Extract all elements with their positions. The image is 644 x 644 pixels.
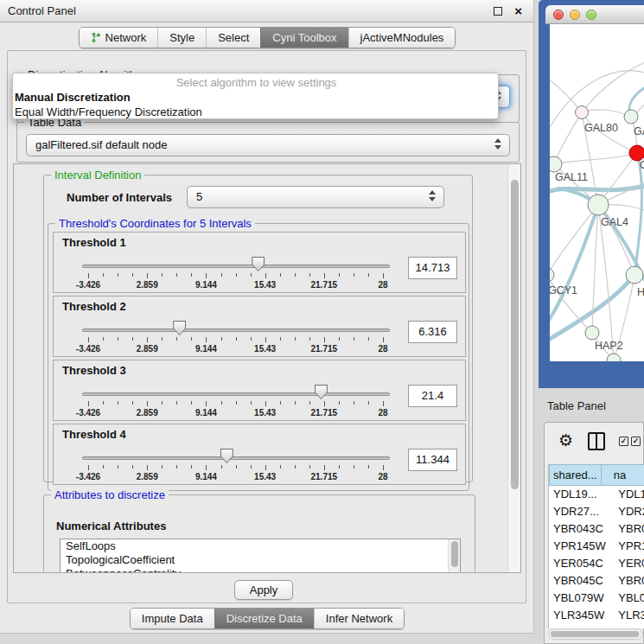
stepper-arrows-icon <box>429 190 437 201</box>
gear-icon[interactable]: ⚙ <box>558 431 573 450</box>
numerical-attributes-list: SelfLoopsTopologicalCoefficientBetweenne… <box>60 539 461 573</box>
zoom-traffic-light-icon[interactable] <box>586 10 596 20</box>
column-header-shared-name[interactable]: shared... <box>549 464 602 486</box>
table-horizontal-scrollbar[interactable] <box>548 628 643 640</box>
network-node[interactable] <box>585 326 599 340</box>
network-edge[interactable] <box>582 61 644 112</box>
tick-mark <box>118 401 118 405</box>
column-header-name[interactable]: na <box>602 464 644 486</box>
table-row[interactable]: YBL079WYBL0 <box>549 590 644 607</box>
network-edge-highlighted[interactable] <box>550 205 598 327</box>
network-edge[interactable] <box>554 112 582 164</box>
split-columns-icon[interactable] <box>588 432 605 450</box>
number-of-intervals-label: Number of Intervals <box>67 191 172 204</box>
table-row[interactable]: YDR27...YDR2 <box>549 503 644 520</box>
tick-mark <box>324 337 325 342</box>
number-of-intervals-combobox[interactable]: 5 <box>187 186 444 208</box>
network-edge[interactable] <box>550 205 598 275</box>
network-graph[interactable]: GAL80GALCGAL11GAL4GCY1HHAP2 <box>550 24 644 361</box>
tick-mark <box>295 337 296 341</box>
slider-thumb[interactable] <box>173 321 186 335</box>
number-of-intervals-value: 5 <box>196 190 202 203</box>
slider-thumb[interactable] <box>315 385 328 399</box>
network-edge[interactable] <box>598 205 614 360</box>
attribute-list-item[interactable]: SelfLoops <box>61 539 460 553</box>
threshold-list: Threshold 1-3.4262.8599.14415.4321.71528… <box>53 232 466 485</box>
settings-vertical-scrollbar[interactable] <box>507 164 520 572</box>
attribute-list-item[interactable]: BetweennessCentrality <box>61 567 460 573</box>
list-scrollbar[interactable] <box>448 539 460 573</box>
table-data-value: galFiltered.sif default node <box>35 138 167 151</box>
tick-mark <box>383 401 384 406</box>
table-row[interactable]: YER054CYER0 <box>549 555 644 572</box>
group-legend: Attributes to discretize <box>51 488 169 501</box>
table-row[interactable]: YDL19...YDL1 <box>549 486 644 503</box>
tick-mark <box>191 337 192 341</box>
table-panel: ⚙ ✓ ✓ shared... na YDL19...YDL1YDR27...Y… <box>544 422 644 644</box>
tab-discretize-data[interactable]: Discretize Data <box>214 609 314 628</box>
tab-cyni-toolbox[interactable]: Cyni Toolbox <box>260 28 348 48</box>
apply-button[interactable]: Apply <box>234 580 293 600</box>
tab-impute-data[interactable]: Impute Data <box>131 609 214 628</box>
tick-mark <box>265 465 266 470</box>
slider-track[interactable] <box>82 392 390 396</box>
network-edge-highlighted[interactable] <box>634 153 641 275</box>
dropdown-option[interactable]: Equal Width/Frequency Discretization <box>13 105 498 119</box>
network-view-window[interactable]: GAL80GALCGAL11GAL4GCY1HHAP2 <box>539 0 644 388</box>
network-node[interactable] <box>624 110 638 124</box>
tab-select[interactable]: Select <box>206 28 260 48</box>
network-node[interactable] <box>588 194 609 215</box>
tick-mark <box>368 401 369 405</box>
tick-mark <box>103 401 104 405</box>
tick-mark <box>339 273 340 277</box>
table-cell-name: YDR2 <box>615 503 644 520</box>
network-edge[interactable] <box>582 110 631 117</box>
network-icon <box>91 32 101 43</box>
scrollbar-thumb[interactable] <box>451 541 458 567</box>
network-node[interactable] <box>576 106 589 119</box>
checkbox-icon[interactable]: ✓ <box>619 437 628 446</box>
threshold-value-field[interactable]: 6.316 <box>408 321 457 343</box>
tick-mark <box>118 337 118 341</box>
slider-thumb[interactable] <box>252 257 265 271</box>
table-row[interactable]: YBR043CYBR0 <box>549 520 644 538</box>
tick-mark <box>236 465 237 469</box>
network-node-label: H <box>637 286 644 298</box>
tick-mark <box>383 465 384 470</box>
slider-thumb[interactable] <box>220 449 233 463</box>
network-node[interactable] <box>550 268 554 282</box>
slider-track[interactable] <box>82 456 390 460</box>
scrollbar-thumb[interactable] <box>511 180 519 489</box>
checkbox-icon[interactable]: ✓ <box>631 437 641 446</box>
table-row[interactable]: YBR045CYBR0 <box>549 572 644 590</box>
network-window-titlebar[interactable] <box>545 5 644 24</box>
network-canvas[interactable]: GAL80GALCGAL11GAL4GCY1HHAP2 <box>550 24 644 361</box>
scrollbar-thumb[interactable] <box>551 631 639 637</box>
table-row[interactable]: YLR345WYLR3 <box>549 607 644 624</box>
threshold-value-field[interactable]: 14.713 <box>408 257 457 279</box>
threshold-value-field[interactable]: 11.344 <box>408 449 457 471</box>
tab-label: Infer Network <box>326 609 392 628</box>
attribute-list-item[interactable]: TopologicalCoefficient <box>61 553 460 567</box>
table-row[interactable]: YPR145WYPR1 <box>549 538 644 555</box>
table-data-combobox[interactable]: galFiltered.sif default node <box>26 134 510 156</box>
slider-track[interactable] <box>82 328 390 332</box>
tab-jactivemnodules[interactable]: jActiveMNodules <box>348 28 456 48</box>
tick-mark <box>176 337 177 341</box>
network-edge[interactable] <box>550 76 582 112</box>
tab-infer-network[interactable]: Infer Network <box>314 609 404 628</box>
table-cell-shared-name: YER054C <box>549 555 615 572</box>
close-window-icon[interactable]: × <box>514 3 522 20</box>
network-node[interactable] <box>626 266 643 284</box>
tab-style[interactable]: Style <box>157 28 206 48</box>
slider-track[interactable] <box>82 265 390 268</box>
float-window-icon[interactable] <box>494 7 502 16</box>
network-node[interactable] <box>550 156 562 172</box>
close-traffic-light-icon[interactable] <box>553 10 564 20</box>
tick-mark <box>176 465 177 469</box>
dropdown-option[interactable]: Manual Discretization <box>13 90 498 105</box>
tab-network[interactable]: Network <box>80 28 158 48</box>
threshold-value-field[interactable]: 21.4 <box>408 385 457 407</box>
minimize-traffic-light-icon[interactable] <box>570 10 580 20</box>
network-edge[interactable] <box>554 153 637 164</box>
